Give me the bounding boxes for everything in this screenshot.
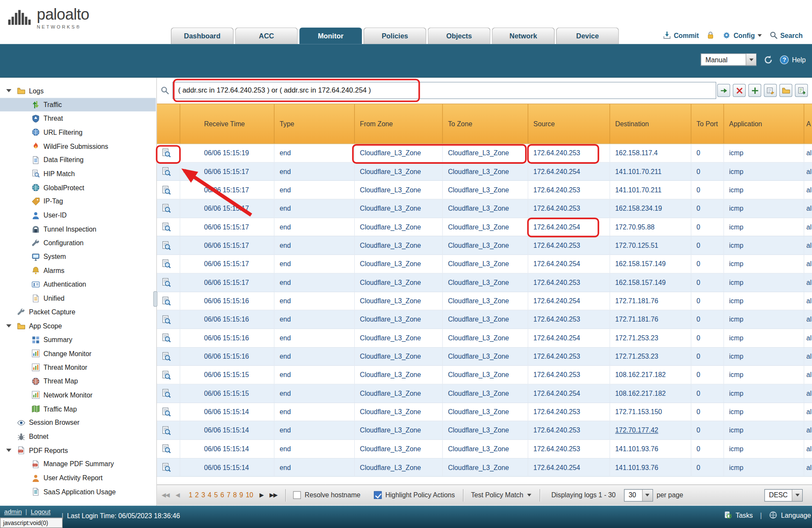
- log-row[interactable]: 06/06 15:15:14endCloudflare_L3_ZoneCloud…: [157, 403, 812, 421]
- sidebar-item-tunnel-inspection[interactable]: Tunnel Inspection: [0, 222, 156, 236]
- cell-application[interactable]: icmp: [724, 403, 804, 421]
- cell-to_zone[interactable]: Cloudflare_L3_Zone: [443, 329, 528, 347]
- log-row[interactable]: 06/06 15:15:14endCloudflare_L3_ZoneCloud…: [157, 440, 812, 458]
- tasks-button[interactable]: Tasks: [736, 511, 753, 519]
- cell-from_zone[interactable]: Cloudflare_L3_Zone: [355, 384, 443, 402]
- sidebar-item-system[interactable]: System: [0, 250, 156, 264]
- cell-from_zone[interactable]: Cloudflare_L3_Zone: [355, 458, 443, 476]
- config-menu-button[interactable]: Config: [722, 31, 761, 39]
- cell-to_zone[interactable]: Cloudflare_L3_Zone: [443, 458, 528, 476]
- refresh-mode-select[interactable]: Manual: [701, 53, 757, 66]
- page-link-1[interactable]: 1: [189, 491, 193, 499]
- tab-dashboard[interactable]: Dashboard: [171, 27, 234, 44]
- cell-from_zone[interactable]: Cloudflare_L3_Zone: [355, 218, 443, 236]
- cell-to_zone[interactable]: Cloudflare_L3_Zone: [443, 237, 528, 255]
- cell-from_zone[interactable]: Cloudflare_L3_Zone: [355, 366, 443, 384]
- next-page-button[interactable]: ▶: [260, 492, 263, 499]
- tab-device[interactable]: Device: [556, 27, 619, 44]
- page-link-5[interactable]: 5: [214, 491, 218, 499]
- sidebar-item-ip-tag[interactable]: IP-Tag: [0, 194, 156, 208]
- cell-application[interactable]: icmp: [724, 218, 804, 236]
- cell-to_zone[interactable]: Cloudflare_L3_Zone: [443, 162, 528, 180]
- sidebar-item-configuration[interactable]: Configuration: [0, 236, 156, 249]
- page-link-9[interactable]: 9: [240, 491, 243, 499]
- page-link-3[interactable]: 3: [201, 491, 205, 499]
- add-filter-button[interactable]: [748, 84, 761, 97]
- tab-objects[interactable]: Objects: [428, 27, 491, 44]
- log-detail-icon[interactable]: [162, 389, 171, 398]
- cell-source[interactable]: 172.64.240.254: [528, 384, 610, 402]
- column-header-0[interactable]: [157, 104, 180, 143]
- log-detail-icon[interactable]: [162, 333, 171, 342]
- cell-source[interactable]: 172.64.240.253: [528, 310, 610, 328]
- log-row[interactable]: 06/06 15:15:17endCloudflare_L3_ZoneCloud…: [157, 237, 812, 255]
- log-row[interactable]: 06/06 15:15:15endCloudflare_L3_ZoneCloud…: [157, 366, 812, 384]
- sidebar-item-saas-application-usage[interactable]: SaaS Application Usage: [0, 485, 156, 499]
- cell-to_zone[interactable]: Cloudflare_L3_Zone: [443, 200, 528, 218]
- refresh-icon[interactable]: [763, 55, 773, 64]
- cell-destination[interactable]: 172.71.181.76: [610, 310, 691, 328]
- export-logs-button[interactable]: [795, 84, 808, 97]
- log-row[interactable]: 06/06 15:15:17endCloudflare_L3_ZoneCloud…: [157, 218, 812, 236]
- log-row[interactable]: 06/06 15:15:16endCloudflare_L3_ZoneCloud…: [157, 310, 812, 329]
- cell-from_zone[interactable]: Cloudflare_L3_Zone: [355, 329, 443, 347]
- cell-source[interactable]: 172.64.240.254: [528, 162, 610, 180]
- log-detail-icon[interactable]: [162, 426, 171, 435]
- cell-from_zone[interactable]: Cloudflare_L3_Zone: [355, 162, 443, 180]
- test-policy-match-button[interactable]: Test Policy Match: [471, 491, 531, 499]
- cell-destination[interactable]: 172.71.253.23: [610, 348, 691, 366]
- log-row[interactable]: 06/06 15:15:16endCloudflare_L3_ZoneCloud…: [157, 348, 812, 366]
- cell-destination[interactable]: 141.101.70.211: [610, 181, 691, 199]
- cell-destination[interactable]: 141.101.93.76: [610, 458, 691, 476]
- cell-to_zone[interactable]: Cloudflare_L3_Zone: [443, 366, 528, 384]
- column-header-7[interactable]: To Port: [691, 104, 724, 143]
- cell-to_zone[interactable]: Cloudflare_L3_Zone: [443, 384, 528, 402]
- tab-policies[interactable]: Policies: [364, 27, 426, 44]
- sidebar-collapse-handle[interactable]: [153, 291, 158, 307]
- column-header-1[interactable]: Receive Time: [180, 104, 275, 143]
- cell-application[interactable]: icmp: [724, 384, 804, 402]
- expand-caret-icon[interactable]: [6, 325, 12, 328]
- cell-from_zone[interactable]: Cloudflare_L3_Zone: [355, 200, 443, 218]
- expand-caret-icon[interactable]: [6, 89, 12, 92]
- cell-source[interactable]: 172.64.240.254: [528, 329, 610, 347]
- sidebar-item-threat-monitor[interactable]: Threat Monitor: [0, 360, 156, 374]
- page-link-8[interactable]: 8: [233, 491, 237, 499]
- log-detail-icon[interactable]: [162, 463, 171, 472]
- expand-caret-icon[interactable]: [6, 449, 12, 452]
- column-header-5[interactable]: Source: [528, 104, 610, 143]
- cell-from_zone[interactable]: Cloudflare_L3_Zone: [355, 403, 443, 421]
- cell-source[interactable]: 172.64.240.253: [528, 200, 610, 218]
- cell-from_zone[interactable]: Cloudflare_L3_Zone: [355, 348, 443, 366]
- sidebar-item-app-scope[interactable]: App Scope: [0, 319, 156, 333]
- chevron-down-icon[interactable]: [746, 54, 756, 65]
- sidebar-item-alarms[interactable]: Alarms: [0, 264, 156, 277]
- cell-application[interactable]: icmp: [724, 329, 804, 347]
- page-link-2[interactable]: 2: [195, 491, 199, 499]
- cell-application[interactable]: icmp: [724, 255, 804, 273]
- cell-destination[interactable]: 162.158.117.4: [610, 144, 691, 162]
- page-link-10[interactable]: 10: [246, 491, 253, 499]
- cell-source[interactable]: 172.64.240.254: [528, 292, 610, 310]
- resolve-hostname-checkbox[interactable]: [293, 491, 301, 499]
- cell-application[interactable]: icmp: [724, 458, 804, 476]
- log-detail-icon[interactable]: [162, 296, 171, 306]
- cell-from_zone[interactable]: Cloudflare_L3_Zone: [355, 421, 443, 439]
- cell-to_zone[interactable]: Cloudflare_L3_Zone: [443, 273, 528, 291]
- cell-application[interactable]: icmp: [724, 200, 804, 218]
- filter-query-input[interactable]: [173, 82, 717, 99]
- cell-destination[interactable]: 172.71.181.76: [610, 292, 691, 310]
- sidebar-item-session-browser[interactable]: Session Browser: [0, 416, 156, 429]
- cell-to_zone[interactable]: Cloudflare_L3_Zone: [443, 181, 528, 199]
- cell-destination[interactable]: 141.101.93.76: [610, 440, 691, 458]
- cell-from_zone[interactable]: Cloudflare_L3_Zone: [355, 144, 443, 162]
- log-detail-icon[interactable]: [162, 315, 171, 324]
- help-button[interactable]: ? Help: [780, 55, 806, 64]
- tab-network[interactable]: Network: [492, 27, 555, 44]
- cell-source[interactable]: 172.64.240.254: [528, 255, 610, 273]
- column-header-2[interactable]: Type: [275, 104, 355, 143]
- cell-application[interactable]: icmp: [724, 440, 804, 458]
- cell-destination[interactable]: 172.71.253.23: [610, 329, 691, 347]
- sidebar-item-packet-capture[interactable]: Packet Capture: [0, 305, 156, 319]
- cell-from_zone[interactable]: Cloudflare_L3_Zone: [355, 310, 443, 328]
